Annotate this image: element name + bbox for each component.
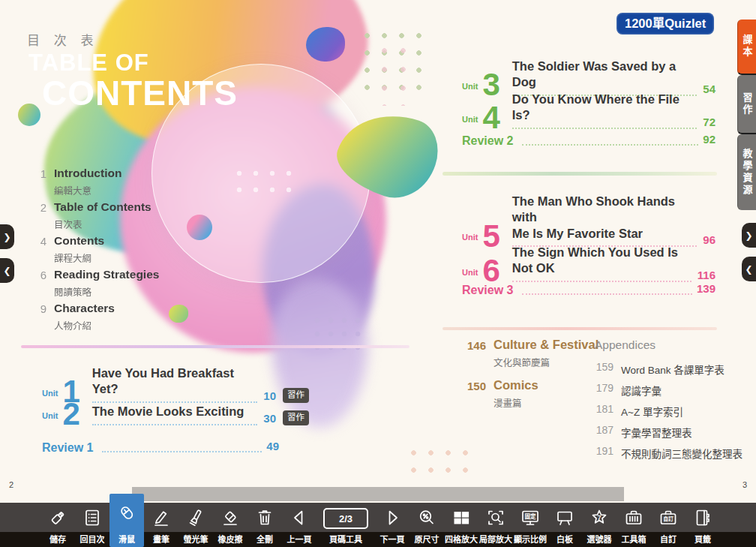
tab-workbook[interactable]: 習作 [737, 75, 756, 134]
svg-text:固定: 固定 [525, 512, 536, 520]
quizlet-button[interactable]: 1200單Quizlet [616, 13, 714, 35]
tool-label: 白板 [556, 532, 573, 547]
section-title: Comics [494, 378, 538, 392]
tool-label: 全刪 [256, 532, 273, 547]
tool-label: 回目次 [80, 532, 105, 547]
workbook-badge[interactable]: 習作 [283, 388, 309, 403]
toc-page-number: 6 [30, 268, 46, 299]
appendix-item: 187 字彙學習整理表 [592, 424, 692, 440]
tool-eraser[interactable]: 橡皮擦 [213, 503, 248, 547]
tool-original-size[interactable]: 原尺寸 [410, 503, 444, 547]
unit-title: The Sign Which You Used Is Not OK [512, 245, 678, 275]
tool-highlighter[interactable]: 螢光筆 [178, 503, 213, 547]
unit-title: The Movie Looks Exciting [92, 404, 244, 418]
left-edge-collapse-button[interactable]: ❮ [0, 258, 14, 283]
tool-delete-all[interactable]: 全刪 [248, 503, 282, 547]
right-edge-expand-button[interactable]: ❯ [742, 223, 756, 248]
unit-1-row: Unit 1 Have You Had Breakfast Yet? 10 習作 [42, 365, 309, 404]
tool-display-ratio[interactable]: 固定 顯示比例 [513, 503, 548, 547]
toc-page-number: 4 [30, 234, 46, 265]
unit-word: Unit [462, 268, 478, 277]
tool-label: 橡皮擦 [218, 532, 243, 547]
workbook-badge[interactable]: 習作 [283, 410, 309, 425]
unit-title: The Soldier Was Saved by a Dog [512, 59, 676, 89]
toc-item: 9 Characters 人物介紹 [30, 302, 115, 332]
highlighter-icon [186, 508, 206, 527]
partial-zoom-icon [486, 508, 506, 527]
toc-item: 1 Introduction 編輯大意 [30, 167, 122, 197]
section-subtitle: 文化與節慶篇 [494, 355, 598, 369]
prev-page-icon [290, 508, 309, 527]
section-culture: 146 Culture & Festival 文化與節慶篇 [462, 338, 598, 369]
unit-page-number: 116 [698, 269, 716, 281]
page-indicator-box: 2/3 [323, 508, 368, 529]
appendix-item: 181 A~Z 單字索引 [592, 403, 683, 419]
tool-prev-page[interactable]: 上一頁 [282, 503, 316, 547]
pink-blue-ball-decoration [187, 215, 212, 240]
trash-icon [255, 508, 274, 527]
tool-whiteboard[interactable]: 白板 [548, 503, 582, 547]
page-kicker: 目 次 表 [27, 30, 98, 49]
appendix-item: 159 Word Bank 各課單字表 [592, 361, 724, 377]
toolbox-icon [624, 508, 644, 527]
review-label: Review 3 [462, 284, 513, 297]
tool-mouse[interactable]: 滑鼠 [110, 494, 144, 547]
toc-page-number: 1 [30, 167, 46, 197]
toc-list-icon [82, 508, 102, 527]
appendix-text: 不規則動詞三態變化整理表 [621, 445, 742, 461]
toc-item: 2 Table of Contents 目次表 [30, 200, 152, 231]
toc-title: Introduction [54, 167, 122, 180]
pink-dot-grid-bottom [405, 444, 477, 480]
tab-textbook[interactable]: 課本 [737, 20, 756, 75]
appendix-item: 191 不規則動詞三態變化整理表 [592, 445, 742, 461]
toc-page-number: 2 [30, 200, 46, 231]
appendix-page-number: 181 [592, 403, 614, 419]
tool-label: 顯示比例 [514, 532, 547, 547]
blue-ball-decoration [306, 27, 345, 62]
tool-pen[interactable]: 畫筆 [144, 503, 178, 547]
pink-dot-grid-top [375, 41, 417, 106]
unit-page-number: 10 [263, 389, 276, 402]
section-comics: 150 Comics 漫畫篇 [462, 378, 538, 410]
left-edge-expand-button[interactable]: ❯ [0, 224, 14, 249]
page-indicator-value: 2/3 [339, 513, 352, 524]
appendix-page-number: 191 [592, 445, 614, 461]
tool-back-to-toc[interactable]: 回目次 [75, 503, 110, 547]
right-edge-collapse-button[interactable]: ❮ [742, 257, 756, 281]
tool-partial-zoom[interactable]: 局部放大 [478, 503, 513, 547]
tool-custom[interactable]: 自訂 自訂 [651, 503, 686, 547]
tool-page-tabs[interactable]: 頁籤 [686, 503, 720, 547]
section-page-number: 150 [462, 378, 486, 410]
left-page-divider [21, 345, 410, 348]
review-1-row: Review 1 49 [42, 440, 279, 455]
tool-number-picker[interactable]: 7 選號器 [582, 503, 616, 547]
appendices-title: Appendices [595, 338, 656, 352]
section-title: Culture & Festival [494, 338, 598, 352]
tool-next-page[interactable]: 下一頁 [375, 503, 410, 547]
right-page-divider-2 [442, 327, 717, 330]
section-subtitle: 漫畫篇 [494, 395, 538, 410]
unit-word: Unit [42, 411, 58, 420]
toc-item: 4 Contents 課程大綱 [30, 234, 104, 265]
unit-title-line2: Me Is My Favorite Star [512, 226, 698, 242]
review-label: Review 2 [462, 134, 513, 148]
review-page-number: 92 [703, 133, 716, 146]
unit-word: Unit [462, 115, 478, 124]
unit-5-row: Unit 5 The Man Who Shook Hands with Me I… [462, 194, 716, 248]
tool-label: 上一頁 [287, 532, 312, 547]
tool-page-indicator[interactable]: 2/3 頁碼工具 [316, 503, 375, 547]
appendix-text: 字彙學習整理表 [621, 424, 692, 440]
toc-subtitle: 目次表 [54, 217, 152, 231]
bottom-toolbar: 儲存 回目次 滑鼠 畫筆 螢光筆 橡皮擦 [0, 503, 756, 547]
toc-title: Table of Contents [54, 200, 152, 214]
dotted-leader [522, 143, 698, 146]
tool-save[interactable]: 儲存 [40, 503, 75, 547]
tab-teaching-resources[interactable]: 教學資源 [737, 134, 756, 210]
appendix-text: A~Z 單字索引 [621, 403, 683, 419]
appendix-page-number: 179 [592, 382, 614, 398]
tool-four-grid-zoom[interactable]: 四格放大 [444, 503, 478, 547]
teal-yellow-ball-decoration [18, 104, 40, 126]
right-corner-page-number: 3 [742, 480, 747, 489]
tool-toolbox[interactable]: 工具箱 [616, 503, 651, 547]
usb-save-icon [48, 508, 68, 527]
